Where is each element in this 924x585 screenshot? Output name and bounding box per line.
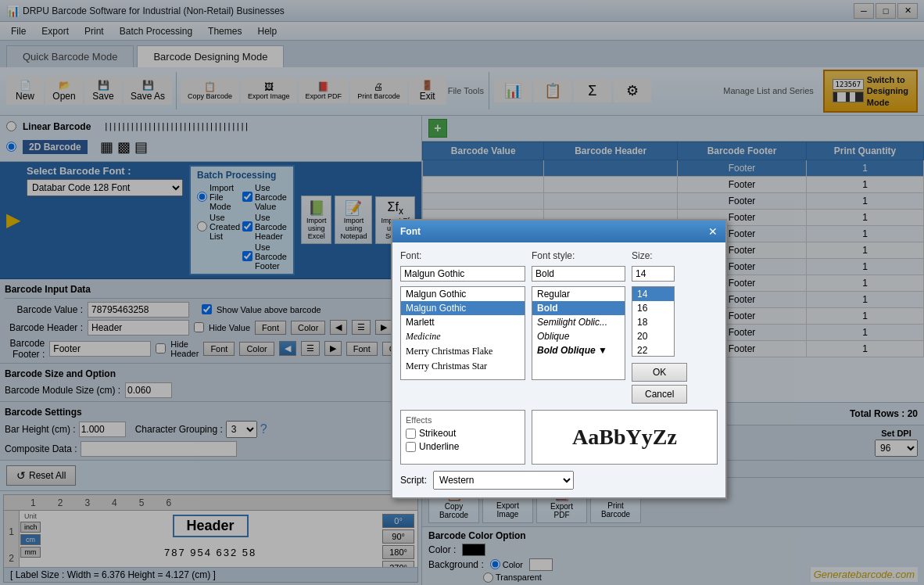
effects-sample-row: Effects Strikeout Underline AaBbYyZz — [400, 410, 718, 465]
font-ok-button[interactable]: OK — [632, 363, 687, 382]
script-label: Script: — [400, 475, 427, 486]
strikeout-label: Strikeout — [419, 428, 456, 439]
font-item-malgun[interactable]: Malgun Gothic — [401, 287, 525, 301]
font-style-label: Font style: — [532, 250, 625, 261]
font-dialog-content: Font: Malgun Gothic Malgun Gothic Marlet… — [392, 242, 725, 497]
size-18[interactable]: 18 — [632, 315, 674, 329]
size-14[interactable]: 14 — [632, 287, 674, 301]
font-cancel-button[interactable]: Cancel — [632, 385, 687, 404]
strikeout-checkbox[interactable] — [406, 429, 416, 439]
font-dialog: Font ✕ Font: Malgun Gothic Malgun Gothic… — [391, 219, 727, 499]
font-dialog-title-bar: Font ✕ — [392, 221, 725, 242]
font-list-col: Font: Malgun Gothic Malgun Gothic Marlet… — [400, 250, 525, 404]
font-size-col: Size: 14 16 18 20 22 24 26 OK Cancel — [632, 250, 687, 404]
font-style-list-box[interactable]: Regular Bold Semilight Oblic... Oblique … — [532, 286, 625, 380]
font-style-col: Font style: Regular Bold Semilight Oblic… — [532, 250, 625, 404]
script-row: Script: Western — [400, 471, 718, 490]
underline-label: Underline — [419, 441, 459, 452]
style-bold[interactable]: Bold — [532, 301, 625, 315]
style-bold-oblique[interactable]: Bold Oblique ▼ — [532, 343, 625, 357]
size-22[interactable]: 22 — [632, 343, 674, 357]
size-20[interactable]: 20 — [632, 329, 674, 343]
style-oblique[interactable]: Oblique — [532, 329, 625, 343]
font-size-list-box[interactable]: 14 16 18 20 22 24 26 — [632, 286, 675, 357]
script-select[interactable]: Western — [433, 471, 574, 490]
font-size-input[interactable] — [632, 266, 675, 282]
font-item-xmas-star[interactable]: Merry Christmas Star — [401, 359, 525, 374]
font-style-input[interactable] — [532, 266, 625, 282]
font-dialog-main-row: Font: Malgun Gothic Malgun Gothic Marlet… — [400, 250, 718, 404]
font-size-label: Size: — [632, 250, 687, 261]
strikeout-option[interactable]: Strikeout — [406, 428, 520, 439]
dialog-overlay[interactable]: Font ✕ Font: Malgun Gothic Malgun Gothic… — [0, 0, 924, 585]
font-list-label: Font: — [400, 250, 525, 261]
effects-box: Effects Strikeout Underline — [400, 410, 525, 465]
sample-text: AaBbYyZz — [572, 425, 677, 450]
font-list-box[interactable]: Malgun Gothic Malgun Gothic Marlett Medi… — [400, 286, 525, 380]
font-item-malgun-sel[interactable]: Malgun Gothic — [401, 301, 525, 315]
font-dialog-close-button[interactable]: ✕ — [708, 225, 718, 238]
underline-option[interactable]: Underline — [406, 441, 520, 452]
font-item-medicine[interactable]: Medicine — [401, 329, 525, 344]
font-item-xmas-flake[interactable]: Merry Christmas Flake — [401, 344, 525, 359]
font-dialog-title: Font — [400, 226, 421, 237]
style-semilight-oblique[interactable]: Semilight Oblic... — [532, 315, 625, 329]
underline-checkbox[interactable] — [406, 442, 416, 452]
size-16[interactable]: 16 — [632, 301, 674, 315]
font-name-input[interactable] — [400, 266, 525, 282]
effects-label: Effects — [406, 415, 520, 425]
dialog-buttons: OK Cancel — [632, 363, 687, 404]
style-regular[interactable]: Regular — [532, 287, 625, 301]
font-item-marlett[interactable]: Marlett — [401, 315, 525, 329]
sample-box: AaBbYyZz — [532, 410, 718, 465]
